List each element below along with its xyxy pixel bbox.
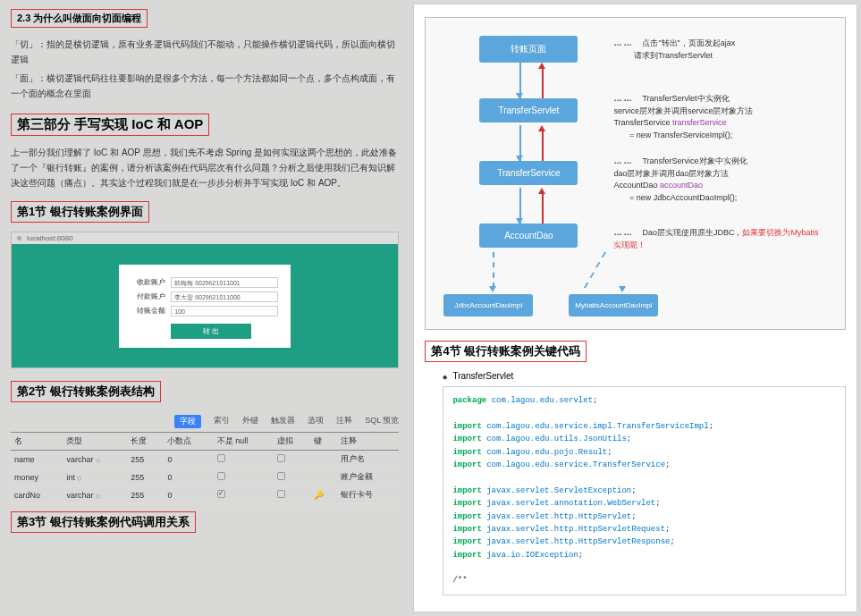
dashed-arrow [584, 252, 606, 288]
heading-section-2: 第2节 银行转账案例表结构 [11, 381, 161, 402]
node-page: 转账页面 [479, 36, 578, 63]
table-row[interactable]: moneyint ◇2550账户金额 [11, 468, 399, 486]
arrow-down-icon [516, 218, 523, 224]
arrow-down-icon [516, 93, 523, 99]
heading-part-3: 第三部分 手写实现 IoC 和 AOP [11, 114, 209, 136]
th-comment: 注释 [337, 433, 400, 451]
db-tabbar: 字段 索引 外键 触发器 选项 注释 SQL 预览 [11, 411, 399, 433]
heading-section-3: 第3节 银行转账案例代码调用关系 [11, 511, 196, 533]
arrow-down-icon [489, 286, 496, 292]
node-service: TransferService [479, 161, 578, 185]
th-key: 键 [310, 433, 337, 451]
arrow-up-icon [538, 63, 545, 69]
table-row[interactable]: cardNovarchar ◇2550🔑银行卡号 [11, 486, 399, 504]
dashed-arrow [493, 252, 494, 288]
tab-options[interactable]: 选项 [308, 415, 324, 428]
arrow-line-red [542, 67, 544, 98]
browser-address-bar: localhost:8080 [12, 232, 398, 244]
th-type: 类型 [63, 433, 127, 451]
transfer-form: 收款账户韩梅梅 6029621011001 付款账户李大雷 6029621011… [119, 265, 291, 348]
para-intro: 上一部分我们理解了 IoC 和 AOP 思想，我们先不考虑 Spring 是如何… [11, 145, 399, 190]
arrow-line-red [542, 130, 544, 161]
tab-index[interactable]: 索引 [214, 415, 230, 428]
desc-4: ……Dao层实现使用原生JDBC，如果要切换为Mybatis实现呢！ [613, 227, 819, 251]
arrow-down-icon [516, 156, 523, 162]
reload-icon [17, 236, 21, 240]
arrow-line-red [542, 192, 544, 224]
heading-2-3: 2.3 为什么叫做面向切面编程 [11, 9, 148, 28]
tab-fk[interactable]: 外键 [242, 415, 258, 428]
th-dec: 小数点 [164, 433, 213, 451]
arrow-up-icon [538, 125, 545, 131]
heading-section-4: 第4节 银行转账案例关键代码 [425, 341, 587, 362]
input-amount[interactable]: 100 [171, 306, 278, 316]
node-jdbc-impl: JdbcAccountDaoImpl [443, 294, 533, 316]
node-mybatis-impl: MybatisAccountDaoImpl [569, 294, 658, 316]
th-len: 长度 [127, 433, 164, 451]
browser-mock: localhost:8080 收款账户韩梅梅 6029621011001 付款账… [11, 232, 399, 368]
schema-table: 名 类型 长度 小数点 不是 null 虚拟 键 注释 namevarchar … [11, 433, 399, 504]
desc-3: ……TransferService对象中实例化dao层对象并调用dao层对象方法… [613, 156, 819, 204]
th-name: 名 [11, 433, 63, 451]
tab-comment[interactable]: 注释 [336, 415, 352, 428]
arrow-up-icon [538, 188, 545, 194]
submit-button[interactable]: 转 出 [171, 324, 251, 339]
browser-url: localhost:8080 [27, 234, 73, 242]
arrow-down-icon [619, 286, 626, 292]
right-column: 转账页面 TransferServlet TransferService Acc… [413, 4, 857, 612]
node-servlet: TransferServlet [479, 98, 578, 122]
table-row[interactable]: namevarchar ◇2550用户名 [11, 451, 399, 468]
label-amount: 转账金额 [131, 306, 165, 316]
desc-2: ……TransferServlet中实例化service层对象并调用servic… [613, 93, 819, 141]
left-column: 2.3 为什么叫做面向切面编程 「切」：指的是横切逻辑，原有业务逻辑代码我们不能… [0, 0, 409, 616]
para-qie: 「切」：指的是横切逻辑，原有业务逻辑代码我们不能动，只能操作横切逻辑代码，所以面… [11, 37, 399, 67]
node-dao: AccountDao [479, 224, 578, 248]
code-block: package com.lagou.edu.servlet; import co… [443, 386, 846, 595]
tab-fields[interactable]: 字段 [174, 415, 201, 428]
browser-body: 收款账户韩梅梅 6029621011001 付款账户李大雷 6029621011… [12, 244, 398, 367]
para-mian: 「面」：横切逻辑代码往往要影响的是很多个方法，每一个方法都如同一个点，多个点构成… [11, 71, 399, 101]
desc-1: ……点击"转出"，页面发起ajax 请求到TransferServlet [613, 38, 819, 62]
th-nn: 不是 null [214, 433, 274, 451]
th-virt: 虚拟 [274, 433, 310, 451]
heading-section-1: 第1节 银行转账案例界面 [11, 201, 149, 223]
tab-sql[interactable]: SQL 预览 [365, 415, 399, 428]
label-payee: 收款账户 [131, 277, 165, 287]
bullet-servlet: TransferServlet [425, 367, 846, 386]
label-payer: 付款账户 [131, 291, 165, 301]
tab-trigger[interactable]: 触发器 [271, 415, 295, 428]
call-diagram: 转账页面 TransferServlet TransferService Acc… [425, 17, 846, 330]
input-payer[interactable]: 李大雷 6029621011000 [171, 291, 278, 302]
input-payee[interactable]: 韩梅梅 6029621011001 [171, 277, 278, 288]
